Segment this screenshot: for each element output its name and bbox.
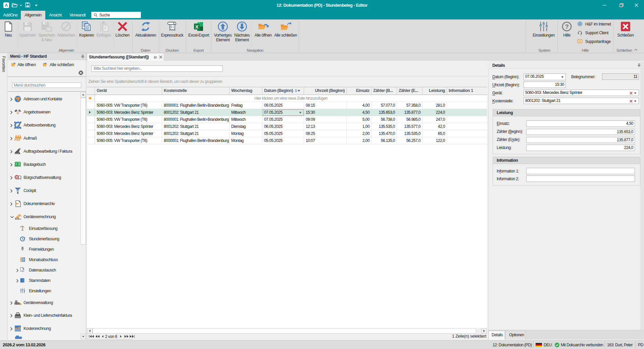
svg-text:?: ? (565, 23, 569, 30)
svg-text:X: X (195, 24, 199, 30)
